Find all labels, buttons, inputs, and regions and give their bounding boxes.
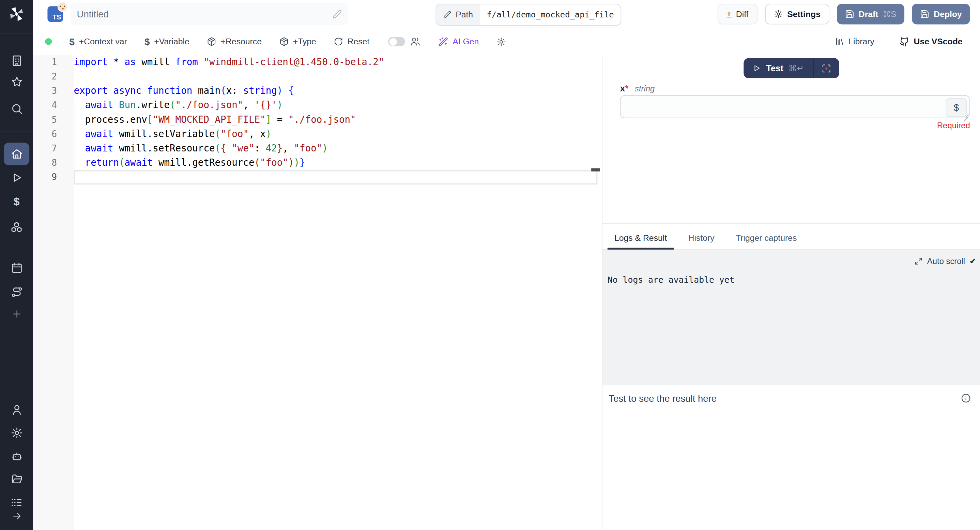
draft-button[interactable]: Draft ⌘S — [837, 4, 904, 24]
github-icon — [899, 37, 909, 46]
code-line[interactable]: import * as wmill from "windmill-client@… — [73, 55, 602, 69]
auto-scroll-toggle[interactable]: Auto scroll ✔ — [915, 257, 976, 266]
code-editor[interactable]: 123456789 import * as wmill from "windmi… — [33, 55, 602, 530]
tab-trigger-captures[interactable]: Trigger captures — [729, 233, 804, 249]
tab-history[interactable]: History — [681, 233, 721, 249]
windmill-logo-icon[interactable] — [8, 6, 25, 23]
ai-gen-button[interactable]: AI Gen — [438, 37, 479, 46]
sidebar-item-search[interactable] — [0, 98, 33, 120]
library-icon — [835, 37, 845, 46]
left-sidebar: $ — [0, 0, 33, 530]
maximize-icon — [915, 257, 923, 265]
test-button[interactable]: Test ⌘↵ — [743, 58, 813, 78]
code-line[interactable]: return(await wmill.getResource("foo"))} — [73, 156, 602, 170]
overview-ruler-cursor-marker — [591, 168, 600, 171]
routes-icon — [10, 286, 23, 299]
top-actions: ± Diff Settings Draft ⌘S Deploy — [718, 4, 970, 24]
user-icon — [10, 404, 23, 416]
search-icon — [10, 103, 23, 115]
sidebar-item-expand[interactable] — [0, 506, 33, 527]
resize-handle[interactable] — [963, 111, 969, 117]
sidebar-item-folders[interactable] — [0, 469, 33, 490]
argument-label-row: x* string — [620, 83, 655, 93]
settings-gear-icon — [773, 10, 783, 19]
code-line[interactable] — [73, 170, 602, 185]
package-icon — [279, 37, 289, 46]
add-type-button[interactable]: +Type — [279, 37, 316, 46]
script-settings-gear-button[interactable] — [496, 37, 506, 46]
deploy-button[interactable]: Deploy — [912, 4, 970, 24]
sidebar-item-create[interactable] — [0, 303, 33, 325]
code-line[interactable]: export async function main(x: string) { — [73, 84, 602, 98]
draft-shortcut: ⌘S — [883, 10, 896, 19]
settings-button[interactable]: Settings — [765, 4, 829, 24]
add-variable-button[interactable]: $ +Variable — [145, 36, 189, 47]
line-number: 7 — [33, 142, 57, 156]
toggle-knob — [389, 38, 397, 45]
line-number: 1 — [33, 55, 57, 69]
code-line[interactable]: await wmill.setVariable("foo", x) — [73, 127, 602, 141]
wand-sparkles-icon — [438, 37, 448, 46]
argument-input[interactable] — [620, 96, 969, 118]
dollar-icon: $ — [145, 36, 150, 47]
use-vscode-button[interactable]: Use VScode — [899, 37, 962, 46]
logs-area: Auto scroll ✔ No logs are available yet — [603, 250, 980, 385]
path-edit-button[interactable]: Path — [436, 5, 480, 25]
multiplayer-users-icon[interactable] — [410, 36, 420, 47]
runs-play-icon — [10, 172, 23, 184]
line-number: 9 — [33, 170, 57, 185]
code-line[interactable]: await wmill.setResource({ "we": 42}, "fo… — [73, 142, 602, 156]
result-area: Test to see the result here — [603, 385, 980, 530]
package-icon — [207, 37, 216, 46]
reset-button[interactable]: Reset — [334, 37, 369, 46]
add-context-var-button[interactable]: $ +Context var — [70, 36, 127, 47]
sidebar-item-resources[interactable] — [0, 217, 33, 238]
main-area: TS Untitled Path f/all/demo_mocked_api_f… — [33, 0, 980, 530]
sidebar-item-runs[interactable] — [0, 167, 33, 188]
required-asterisk: * — [625, 83, 628, 93]
diff-button[interactable]: ± Diff — [718, 4, 757, 24]
sidebar-item-user[interactable] — [0, 399, 33, 420]
plus-minus-icon: ± — [727, 10, 732, 19]
path-value: f/all/demo_mocked_api_file — [480, 5, 621, 25]
script-title-field[interactable]: Untitled — [70, 3, 348, 25]
content-row: 123456789 import * as wmill from "windmi… — [33, 55, 980, 530]
code-content[interactable]: import * as wmill from "windmill-client@… — [73, 55, 602, 185]
bun-baby-emoji-icon — [57, 2, 67, 12]
schedules-calendar-icon — [10, 262, 23, 274]
editor-gutter: 123456789 — [33, 55, 73, 530]
sidebar-item-favorites[interactable] — [0, 71, 33, 93]
save-icon — [920, 10, 929, 19]
sidebar-item-home[interactable] — [4, 142, 29, 165]
library-button[interactable]: Library — [835, 37, 874, 46]
test-capture-button[interactable] — [813, 58, 839, 78]
sidebar-item-workspace[interactable] — [0, 50, 33, 71]
run-panel-tabs: Logs & Result History Trigger captures — [603, 224, 980, 250]
status-dot — [45, 38, 52, 45]
sidebar-item-settings[interactable] — [0, 422, 33, 443]
edit-title-pencil-icon[interactable] — [332, 10, 342, 19]
run-panel: Test ⌘↵ x* string — [602, 55, 980, 530]
plus-icon — [11, 308, 22, 319]
path-chip[interactable]: Path f/all/demo_mocked_api_file — [436, 4, 621, 26]
code-line[interactable]: await Bun.write("./foo.json", '{}') — [73, 98, 602, 113]
refresh-icon — [334, 37, 343, 46]
diff-mode-toggle[interactable] — [388, 37, 405, 46]
test-shortcut: ⌘↵ — [789, 63, 804, 73]
workspace-icon — [10, 54, 23, 67]
play-icon — [752, 64, 761, 73]
gear-icon — [496, 37, 506, 46]
code-line[interactable] — [73, 70, 602, 84]
tab-logs-result[interactable]: Logs & Result — [608, 233, 674, 249]
dollar-icon: $ — [70, 36, 75, 47]
sidebar-item-workers[interactable] — [0, 445, 33, 466]
sidebar-item-variables[interactable]: $ — [0, 192, 33, 212]
info-icon[interactable] — [961, 393, 971, 404]
no-logs-text: No logs are available yet — [608, 275, 735, 284]
sidebar-item-routes[interactable] — [0, 281, 33, 303]
argument-type: string — [635, 84, 655, 93]
workers-robot-icon — [10, 450, 23, 463]
code-line[interactable]: process.env["WM_MOCKED_API_FILE"] = "./f… — [73, 113, 602, 127]
sidebar-item-schedules[interactable] — [0, 257, 33, 278]
add-resource-button[interactable]: +Resource — [207, 37, 262, 46]
